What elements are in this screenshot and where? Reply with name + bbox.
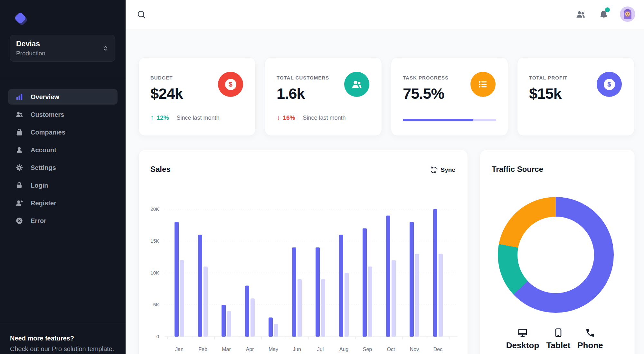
svg-text:Aug: Aug: [339, 347, 348, 352]
svg-text:May: May: [269, 347, 278, 352]
phone-icon: [585, 328, 595, 339]
devias-logo-icon: [12, 10, 29, 28]
progress-bar: [403, 119, 496, 121]
users-icon[interactable]: [575, 9, 586, 20]
sidebar-item-label: Login: [31, 182, 48, 189]
currency-dollar-icon: $: [218, 72, 243, 97]
svg-text:20K: 20K: [150, 206, 159, 212]
sidebar-item-label: Error: [31, 217, 46, 225]
stat-label: TOTAL PROFIT: [529, 75, 568, 80]
stat-value: 1.6k: [277, 85, 305, 102]
sidebar-item-login[interactable]: Login: [8, 178, 118, 193]
stat-trend: ↑ 12% Since last month: [150, 114, 220, 121]
svg-text:Apr: Apr: [246, 347, 254, 352]
sidebar-item-settings[interactable]: Settings: [8, 160, 118, 175]
svg-text:10K: 10K: [150, 270, 159, 275]
user-icon: [15, 146, 24, 154]
legend-item-desktop: Desktop: [503, 328, 542, 350]
svg-text:Oct: Oct: [387, 347, 395, 352]
shopping-bag-icon: [15, 128, 24, 136]
workspace-text: Devias Production: [16, 40, 45, 57]
workspace-selector[interactable]: Devias Production: [10, 35, 115, 62]
sidebar-item-label: Settings: [31, 164, 56, 172]
tablet-icon: [553, 328, 564, 339]
sales-title: Sales: [150, 165, 171, 174]
topbar: [126, 0, 644, 29]
sidebar-item-companies[interactable]: Companies: [8, 125, 118, 140]
sidebar-nav: OverviewCustomersCompaniesAccountSetting…: [8, 89, 118, 231]
user-plus-icon: [15, 199, 24, 207]
svg-text:Mar: Mar: [222, 347, 231, 352]
workspace-name: Devias: [16, 40, 45, 48]
sidebar: Devias Production OverviewCustomersCompa…: [0, 0, 126, 354]
sidebar-footer: Need more features? Check out our Pro so…: [10, 335, 119, 353]
currency-dollar-icon: $: [597, 72, 622, 97]
sidebar-item-register[interactable]: Register: [8, 195, 118, 211]
stat-label: BUDGET: [150, 75, 173, 80]
stat-label: TOTAL CUSTOMERS: [277, 75, 329, 80]
sidebar-item-label: Customers: [31, 111, 64, 118]
stat-card-task-progress: TASK PROGRESS 75.5%: [391, 57, 508, 136]
trend-value: 12%: [157, 114, 169, 121]
chart-bar-icon: [15, 93, 24, 101]
footer-title: Need more features?: [10, 335, 119, 342]
avatar[interactable]: [620, 6, 635, 22]
workspace-environment: Production: [16, 50, 45, 57]
trend-caption: Since last month: [177, 115, 220, 121]
stat-card-total-customers: TOTAL CUSTOMERS 1.6k ↓ 16% Since last mo…: [265, 57, 382, 136]
stat-card-budget: BUDGET $24k $ ↑ 12% Since last month: [138, 57, 256, 136]
svg-text:Jun: Jun: [293, 347, 301, 352]
sidebar-item-account[interactable]: Account: [8, 142, 118, 158]
search-icon[interactable]: [137, 10, 146, 19]
svg-text:Dec: Dec: [433, 347, 442, 352]
sync-label: Sync: [441, 166, 455, 173]
device-label: Desktop: [503, 340, 542, 350]
legend-item-phone: Phone: [571, 328, 610, 350]
lock-icon: [15, 181, 24, 190]
svg-text:Feb: Feb: [198, 347, 207, 352]
sidebar-divider: [0, 78, 126, 78]
sidebar-item-error[interactable]: Error: [8, 213, 118, 228]
svg-text:Nov: Nov: [410, 347, 419, 352]
list-bullet-icon: [470, 72, 496, 97]
footer-subtitle: Check out our Pro solution template.: [10, 345, 119, 353]
dollar-glyph: $: [604, 79, 615, 90]
svg-text:Jan: Jan: [175, 347, 184, 352]
sales-bar-chart: 05K10K15K20KJanFebMarAprMayJunJulAugSepO…: [139, 189, 468, 354]
dollar-glyph: $: [225, 79, 236, 90]
trend-value: 16%: [283, 114, 295, 121]
svg-text:0: 0: [156, 334, 159, 339]
sidebar-item-overview[interactable]: Overview: [8, 89, 118, 105]
desktop-icon: [517, 328, 528, 339]
stat-value: $15k: [529, 85, 562, 102]
svg-text:15K: 15K: [150, 238, 159, 244]
sync-button[interactable]: Sync: [430, 166, 455, 174]
traffic-source-card: Traffic Source Desktop Tablet Phone: [480, 150, 635, 354]
stat-trend: ↓ 16% Since last month: [277, 114, 346, 121]
arrow-down-icon: ↓: [277, 114, 280, 121]
gear-icon: [15, 163, 24, 172]
dashboard-app: Devias Production OverviewCustomersCompa…: [0, 0, 644, 354]
sync-icon: [430, 166, 438, 174]
users-icon: [344, 72, 369, 97]
svg-text:Sep: Sep: [363, 347, 372, 352]
sales-card: Sales Sync 05K10K15K20KJanFebMarAprMayJu…: [138, 150, 468, 354]
stat-value: 75.5%: [403, 85, 444, 102]
stat-label: TASK PROGRESS: [403, 75, 449, 80]
traffic-donut-chart: [498, 197, 614, 313]
users-icon: [15, 110, 24, 119]
bell-icon[interactable]: [599, 10, 609, 19]
arrow-up-icon: ↑: [150, 114, 154, 121]
x-circle-icon: [15, 217, 24, 225]
notification-dot: [605, 7, 610, 12]
stat-value: $24k: [150, 85, 183, 102]
trend-caption: Since last month: [303, 115, 346, 121]
svg-text:5K: 5K: [153, 302, 159, 307]
traffic-title: Traffic Source: [492, 165, 543, 174]
device-label: Phone: [571, 340, 610, 350]
caret-up-down-icon: [102, 45, 109, 52]
sidebar-divider: [0, 323, 126, 323]
progress-fill: [403, 119, 473, 121]
sidebar-item-label: Account: [31, 146, 56, 154]
sidebar-item-customers[interactable]: Customers: [8, 107, 118, 122]
